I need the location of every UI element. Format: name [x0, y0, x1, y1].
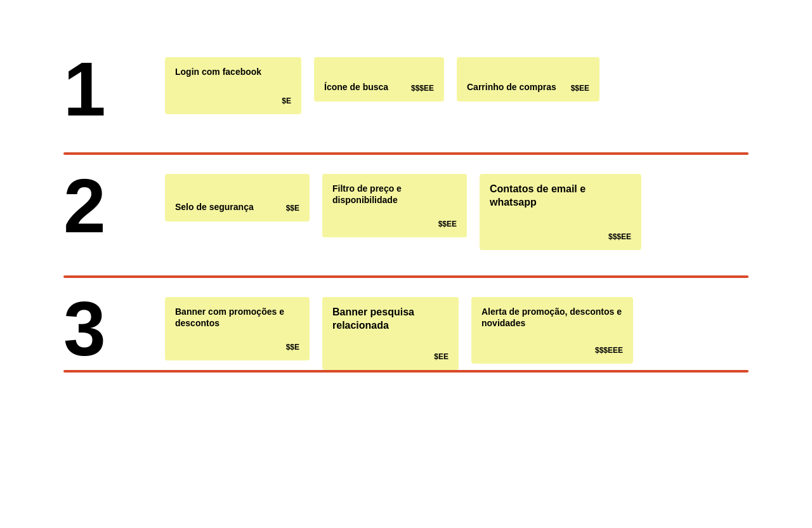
card-carrinho-compras[interactable]: Carrinho de compras $$EE — [457, 57, 599, 102]
card-selo-seguranca[interactable]: Selo de segurança $$E — [165, 174, 310, 221]
cards-container-2: Selo de segurança $$E Filtro de preço e … — [165, 174, 749, 250]
card-icone-busca[interactable]: Ícone de busca $$$EE — [314, 57, 444, 102]
card-badge: $$EE — [571, 84, 589, 93]
row-section-1: 1 Login com facebook $E Ícone de busca $… — [63, 38, 749, 152]
card-alerta-promocao[interactable]: Alerta de promoção, descontos e novidade… — [471, 297, 633, 364]
cards-container-1: Login com facebook $E Ícone de busca $$$… — [165, 57, 749, 114]
divider-3 — [63, 370, 749, 373]
card-banner-pesquisa[interactable]: Banner pesquisa relacionada $EE — [322, 297, 459, 370]
card-login-facebook[interactable]: Login com facebook $E — [165, 57, 301, 114]
card-badge: $$$EE — [608, 232, 631, 241]
card-label: Ícone de busca — [324, 81, 411, 93]
card-label: Banner com promoções e descontos — [175, 306, 299, 343]
row-section-2: 2 Selo de segurança $$E Filtro de preço … — [63, 155, 749, 275]
cards-container-3: Banner com promoções e descontos $$E Ban… — [165, 297, 749, 370]
card-label: Alerta de promoção, descontos e novidade… — [481, 306, 623, 346]
page-container: 1 Login com facebook $E Ícone de busca $… — [0, 0, 812, 411]
card-label: Login com facebook — [175, 66, 291, 96]
card-filtro-preco[interactable]: Filtro de preço e disponibilidade $$EE — [322, 174, 467, 237]
row-section-3: 3 Banner com promoções e descontos $$E B… — [63, 278, 749, 370]
card-badge: $E — [282, 96, 291, 105]
row-number-1: 1 — [63, 51, 146, 127]
card-banner-promocoes[interactable]: Banner com promoções e descontos $$E — [165, 297, 310, 360]
card-label: Filtro de preço e disponibilidade — [332, 183, 457, 220]
card-label: Carrinho de compras — [467, 81, 571, 93]
card-badge: $$E — [286, 204, 299, 213]
card-label: Selo de segurança — [175, 201, 286, 213]
row-number-3: 3 — [63, 291, 146, 367]
card-contatos-email[interactable]: Contatos de email e whatsapp $$$EE — [480, 174, 641, 250]
card-badge: $$E — [286, 343, 299, 352]
card-badge: $EE — [434, 352, 449, 361]
card-badge: $$$EE — [411, 84, 434, 93]
row-number-2: 2 — [63, 168, 146, 244]
card-label: Banner pesquisa relacionada — [332, 306, 449, 352]
card-label: Contatos de email e whatsapp — [490, 183, 631, 232]
card-badge: $$EE — [438, 220, 457, 228]
card-badge: $$$EEE — [595, 346, 623, 355]
